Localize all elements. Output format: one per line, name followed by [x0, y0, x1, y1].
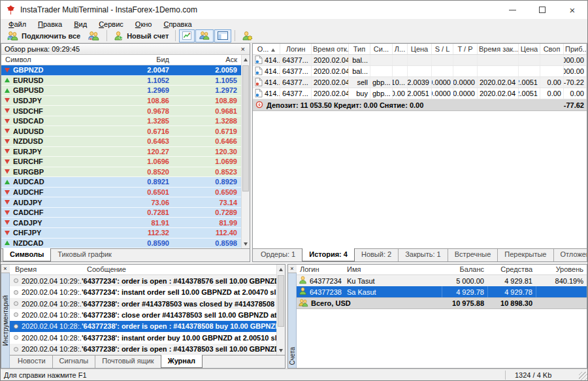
order-row[interactable]: 414... 64377... 2020.02.04 ... buy gbp..…: [253, 88, 587, 99]
terminal-tab[interactable]: Почтовый ящик: [95, 356, 160, 368]
market-watch-tab[interactable]: Тиковый график: [51, 249, 118, 261]
market-watch-row[interactable]: USDCAD 1.3285 1.3288: [1, 116, 241, 127]
order-row[interactable]: 414... 64377... 2020.02.04 ... bal... 5 …: [253, 66, 587, 77]
scroll-thumb[interactable]: [278, 275, 284, 327]
column-header-name[interactable]: Имя: [344, 265, 442, 274]
journal-scrollbar[interactable]: [276, 265, 285, 355]
scroll-thumb[interactable]: [242, 65, 249, 191]
orders-column-header[interactable]: Л...: [393, 44, 408, 54]
menu-item[interactable]: Справка: [157, 20, 197, 28]
column-header-ask[interactable]: Аск: [173, 55, 241, 65]
menu-item[interactable]: Окно: [129, 20, 158, 28]
orders-column-header[interactable]: Время зак...: [478, 44, 519, 54]
layout-toggle[interactable]: [214, 29, 231, 42]
orders-column-header[interactable]: Логин: [280, 44, 312, 54]
orders-column-header[interactable]: S / L: [432, 44, 453, 54]
accounts-view-toggle[interactable]: [195, 29, 214, 42]
orders-column-header[interactable]: T / P: [453, 44, 478, 54]
journal-row[interactable]: 2020.02.04 10:28:... '64377238': order i…: [10, 344, 276, 355]
market-watch-row[interactable]: GBPNZD 2.0047 2.0059: [1, 65, 241, 76]
resize-grip-icon[interactable]: [579, 372, 587, 380]
market-watch-row[interactable]: NZDUSD 0.6463 0.6466: [1, 137, 241, 147]
orders-column-header[interactable]: Тип: [349, 44, 370, 54]
disconnect-all-button[interactable]: [84, 29, 103, 42]
close-button[interactable]: ×: [557, 1, 587, 19]
scroll-track[interactable]: [277, 274, 285, 346]
orders-column-header[interactable]: Время отк...: [312, 44, 349, 54]
journal-row[interactable]: 2020.02.04 10:29:... '64377234': instant…: [10, 286, 276, 297]
terminal-tab[interactable]: Новости: [11, 356, 52, 368]
market-watch-row[interactable]: EURGBP 0.8520 0.8523: [1, 167, 241, 178]
column-header-equity[interactable]: Средства: [487, 265, 536, 274]
orders-tab[interactable]: Новый: 2: [355, 249, 398, 261]
market-watch-row[interactable]: USDJPY 108.86 108.89: [1, 96, 241, 107]
scroll-track[interactable]: [242, 64, 250, 239]
orders-tab[interactable]: Встречные: [448, 249, 498, 261]
market-watch-row[interactable]: EURUSD 1.1052 1.1055: [1, 76, 241, 86]
account-row[interactable]: 64377234 Ku Tasut 5 000.00 4 929.81 840.…: [297, 275, 587, 286]
orders-column-header[interactable]: Своп: [540, 44, 564, 54]
market-watch-row[interactable]: GBPUSD 1.2969 1.2972: [1, 86, 241, 96]
orders-tab[interactable]: История: 4: [302, 248, 355, 261]
connect-all-button[interactable]: Подключить все: [3, 29, 84, 42]
orders-column-header[interactable]: Цена: [408, 44, 432, 54]
journal-row[interactable]: 2020.02.04 10:28:... '64377238': close o…: [10, 309, 276, 320]
tick-chart-toggle[interactable]: [179, 29, 195, 42]
column-header-time[interactable]: Время: [10, 265, 82, 274]
column-header-symbol[interactable]: Символ: [1, 55, 106, 65]
orders-tab[interactable]: Ордеры: 1: [254, 249, 302, 261]
column-header-level[interactable]: Уровень: [536, 265, 587, 274]
order-row[interactable]: 414... 64377... 2020.02.04 ... sell gbp.…: [253, 77, 587, 88]
orders-column-header[interactable]: Си...: [370, 44, 393, 54]
column-header-balance[interactable]: Баланс: [442, 265, 487, 274]
orders-column-header[interactable]: О...: [253, 44, 280, 54]
accounts-close-icon[interactable]: ×: [288, 265, 297, 273]
bid-value: 1.2969: [106, 86, 173, 94]
orders-tab[interactable]: Перекрытые: [497, 249, 553, 261]
new-account-button[interactable]: Новый счет: [110, 29, 172, 42]
minimize-button[interactable]: [497, 1, 527, 19]
bid-value: 0.8590: [106, 239, 173, 247]
column-header-message[interactable]: Сообщение: [82, 265, 276, 274]
market-watch-row[interactable]: AUDCHF 0.6501 0.6509: [1, 188, 241, 198]
account-settings-button[interactable]: [238, 29, 256, 42]
market-watch-row[interactable]: AUDCAD 0.8921 0.8929: [1, 177, 241, 188]
terminal-close-icon[interactable]: ×: [1, 265, 10, 273]
maximize-button[interactable]: [527, 1, 557, 19]
market-watch-row[interactable]: AUDUSD 0.6716 0.6719: [1, 126, 241, 137]
market-watch-row[interactable]: USDCHF 0.9678 0.9681: [1, 106, 241, 116]
scroll-up-icon[interactable]: [242, 55, 250, 64]
menu-item[interactable]: Вид: [68, 20, 93, 28]
market-watch-close-icon[interactable]: ×: [240, 45, 246, 53]
journal-row[interactable]: 2020.02.04 10:29:... '64377234': order i…: [10, 275, 276, 286]
journal-row[interactable]: 2020.02.04 10:28:... '64377238': instant…: [10, 332, 276, 343]
market-watch-row[interactable]: CADJPY 81.91 81.99: [1, 218, 241, 228]
order-row[interactable]: 414... 64377... 2020.02.04 ... bal... 5 …: [253, 55, 587, 66]
orders-column-header[interactable]: Цена: [519, 44, 540, 54]
column-header-login[interactable]: Логин: [297, 265, 344, 274]
log-message: '64377234': instant order sell 10.00 GBP…: [82, 288, 276, 296]
journal-row[interactable]: 2020.02.04 10:28:... '64377238': order i…: [10, 321, 276, 332]
market-watch-row[interactable]: EURJPY 120.27 120.30: [1, 147, 241, 157]
market-watch-tab[interactable]: Символы: [3, 248, 51, 261]
market-watch-row[interactable]: CHFJPY 112.32 112.40: [1, 228, 241, 239]
terminal-tab[interactable]: Журнал: [161, 355, 203, 368]
account-row[interactable]: 64377238 Sa Kasut 4 929.78 4 929.78: [297, 286, 587, 297]
orders-column-header[interactable]: Приб...: [564, 44, 587, 54]
scroll-up-icon[interactable]: [277, 265, 285, 274]
scroll-down-icon[interactable]: [277, 346, 285, 355]
market-watch-row[interactable]: AUDJPY 73.06 73.14: [1, 197, 241, 208]
orders-tab[interactable]: Закрыть: 1: [398, 249, 448, 261]
menu-item[interactable]: Сервис: [93, 20, 129, 28]
market-watch-scrollbar[interactable]: [241, 55, 250, 248]
market-watch-row[interactable]: EURCHF 1.0696 1.0699: [1, 157, 241, 167]
market-watch-row[interactable]: CADCHF 0.7281 0.7289: [1, 208, 241, 218]
menu-item[interactable]: Правка: [32, 20, 68, 28]
scroll-down-icon[interactable]: [242, 239, 250, 248]
column-header-bid[interactable]: Бид: [106, 55, 173, 65]
orders-tab[interactable]: Отложенный: 1: [553, 249, 588, 261]
terminal-tab[interactable]: Сигналы: [52, 356, 95, 368]
menu-item[interactable]: Файл: [3, 20, 32, 28]
market-watch-row[interactable]: NZDCAD 0.8590 0.8598: [1, 239, 241, 248]
journal-row[interactable]: 2020.02.04 10:28:... '64377238': order #…: [10, 298, 276, 309]
